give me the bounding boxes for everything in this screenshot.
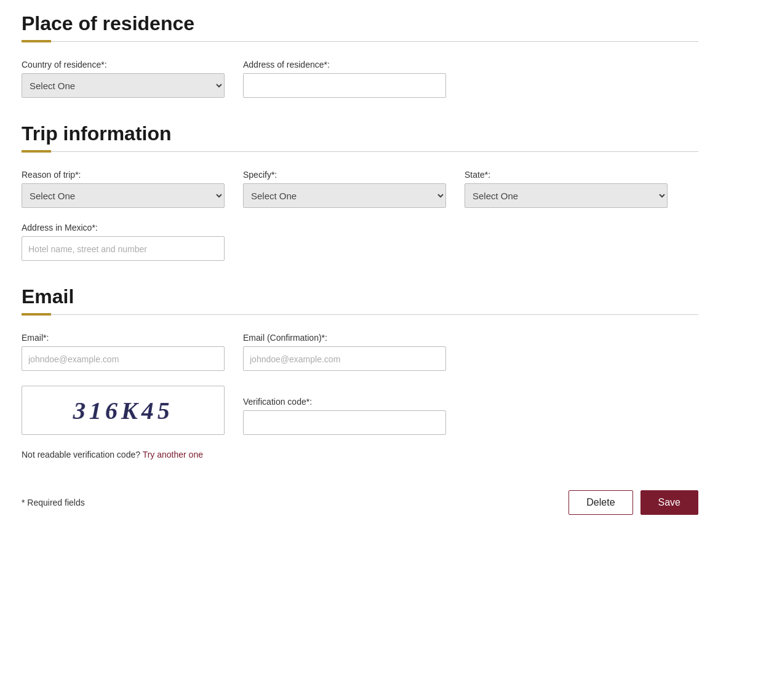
email-label: Email*:	[22, 333, 225, 343]
accent-bar-residence	[22, 40, 51, 42]
trip-selects-row: Reason of trip*: Select One Specify*: Se…	[22, 170, 698, 208]
section-header-trip: Trip information	[22, 122, 698, 153]
verification-code-input[interactable]	[243, 410, 446, 435]
not-readable-text: Not readable verification code?	[22, 450, 140, 459]
residence-form-row: Country of residence*: Select One Addres…	[22, 60, 698, 98]
trip-information-section: Trip information Reason of trip*: Select…	[22, 122, 698, 261]
reason-of-trip-label: Reason of trip*:	[22, 170, 225, 180]
address-mexico-row: Address in Mexico*:	[22, 223, 698, 261]
divider-residence	[51, 41, 698, 42]
captcha-image: 316K45	[22, 386, 225, 435]
section-bar-residence	[22, 40, 698, 42]
section-header-email: Email	[22, 285, 698, 316]
state-group: State*: Select One	[465, 170, 668, 208]
state-label: State*:	[465, 170, 668, 180]
not-readable-row: Not readable verification code? Try anot…	[22, 450, 698, 459]
reason-of-trip-select[interactable]: Select One	[22, 183, 225, 208]
section-bar-email	[22, 313, 698, 316]
email-inputs-row: Email*: Email (Confirmation)*:	[22, 333, 698, 371]
address-of-residence-input[interactable]	[243, 73, 446, 98]
reason-of-trip-group: Reason of trip*: Select One	[22, 170, 225, 208]
verification-code-group: Verification code*:	[243, 397, 446, 435]
section-bar-trip	[22, 150, 698, 153]
captcha-verification-row: 316K45 Verification code*:	[22, 386, 698, 435]
accent-bar-trip	[22, 150, 51, 153]
address-of-residence-group: Address of residence*:	[243, 60, 446, 98]
email-confirm-label: Email (Confirmation)*:	[243, 333, 446, 343]
footer: * Required fields Delete Save	[22, 490, 698, 515]
divider-email	[51, 314, 698, 315]
specify-select[interactable]: Select One	[243, 183, 446, 208]
footer-buttons: Delete Save	[568, 490, 698, 515]
state-select[interactable]: Select One	[465, 183, 668, 208]
section-title-residence: Place of residence	[22, 12, 698, 35]
section-title-trip: Trip information	[22, 122, 698, 145]
email-confirm-group: Email (Confirmation)*:	[243, 333, 446, 371]
verification-code-label: Verification code*:	[243, 397, 446, 407]
specify-group: Specify*: Select One	[243, 170, 446, 208]
address-mexico-label: Address in Mexico*:	[22, 223, 225, 233]
divider-trip	[51, 151, 698, 152]
email-section: Email Email*: Email (Confirmation)*: 316…	[22, 285, 698, 459]
accent-bar-email	[22, 313, 51, 316]
delete-button[interactable]: Delete	[568, 490, 632, 515]
specify-label: Specify*:	[243, 170, 446, 180]
country-of-residence-label: Country of residence*:	[22, 60, 225, 70]
email-group: Email*:	[22, 333, 225, 371]
save-button[interactable]: Save	[640, 490, 698, 515]
place-of-residence-section: Place of residence Country of residence*…	[22, 12, 698, 98]
country-of-residence-group: Country of residence*: Select One	[22, 60, 225, 98]
required-note: * Required fields	[22, 498, 85, 507]
address-mexico-input[interactable]	[22, 236, 225, 261]
section-title-email: Email	[22, 285, 698, 308]
email-confirm-input[interactable]	[243, 346, 446, 371]
address-mexico-group: Address in Mexico*:	[22, 223, 225, 261]
section-header-residence: Place of residence	[22, 12, 698, 42]
try-another-link[interactable]: Try another one	[143, 450, 203, 459]
email-input[interactable]	[22, 346, 225, 371]
captcha-text: 316K45	[73, 396, 174, 425]
captcha-group: 316K45	[22, 386, 225, 435]
country-of-residence-select[interactable]: Select One	[22, 73, 225, 98]
address-of-residence-label: Address of residence*:	[243, 60, 446, 70]
